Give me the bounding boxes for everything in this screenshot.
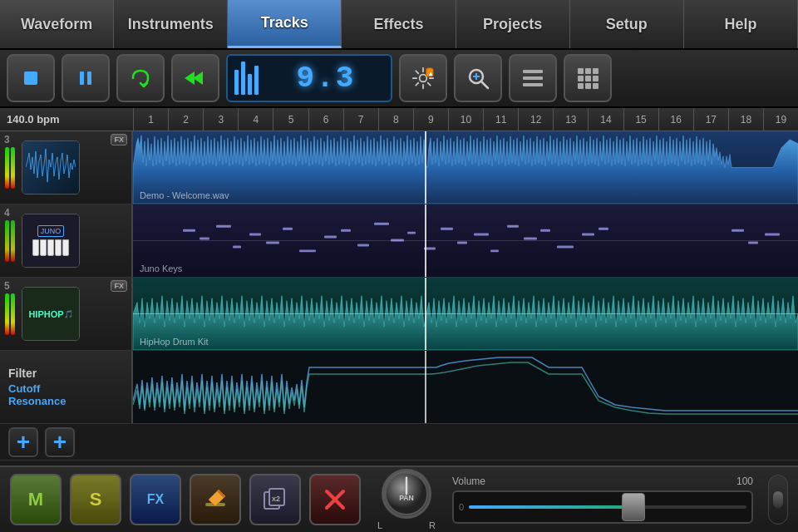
tab-waveform[interactable]: Waveform xyxy=(0,0,114,48)
ruler-num-5: 5 xyxy=(273,108,308,131)
svg-rect-60 xyxy=(582,234,594,236)
filter-content[interactable] xyxy=(133,351,798,423)
top-navigation: Waveform Instruments Tracks Effects Proj… xyxy=(0,0,798,50)
svg-rect-43 xyxy=(283,228,293,230)
tab-projects[interactable]: Projects xyxy=(456,0,570,48)
track-number-3: 3 xyxy=(4,134,10,145)
volume-max: 100 xyxy=(736,475,753,487)
svg-rect-54 xyxy=(474,234,489,236)
delete-button[interactable] xyxy=(309,474,361,525)
add-track-button-1[interactable]: + xyxy=(8,427,38,457)
position-display: 9.3 xyxy=(226,54,392,102)
volume-min-label: 0 xyxy=(459,502,464,512)
svg-rect-25 xyxy=(523,76,543,80)
tab-instruments[interactable]: Instruments xyxy=(114,0,228,48)
track-volume-bars-3 xyxy=(5,147,15,189)
svg-rect-35 xyxy=(593,83,598,89)
volume-slider[interactable]: 0 xyxy=(452,490,753,524)
ruler-num-12: 12 xyxy=(518,108,553,131)
track-label-3: 3 FX xyxy=(0,131,133,204)
track-thumb-4[interactable]: JUNO xyxy=(22,214,80,268)
duplicate-button[interactable]: x2 xyxy=(249,474,301,525)
ruler-numbers: 1 2 3 4 5 6 7 8 9 10 11 12 13 14 15 16 1… xyxy=(133,108,798,131)
bottom-bar: M S FX x2 xyxy=(0,466,798,532)
piano-keys xyxy=(32,239,69,256)
edit-button[interactable] xyxy=(190,474,241,525)
track-content-4[interactable]: Juno Keys xyxy=(133,204,798,277)
solo-button[interactable]: S xyxy=(70,474,121,525)
pan-knob-container: PAN L R xyxy=(377,469,436,530)
ruler-num-3: 3 xyxy=(203,108,238,131)
pan-knob[interactable]: PAN xyxy=(382,469,431,519)
gear-settings-button[interactable]: ▲ xyxy=(399,54,447,102)
track-content-3[interactable]: // Generated inline via path Demo - Welc… xyxy=(133,131,798,204)
scroll-indicator[interactable] xyxy=(768,475,788,525)
svg-rect-45 xyxy=(324,236,337,239)
pan-lr-labels: L R xyxy=(377,520,436,530)
svg-rect-6 xyxy=(241,62,245,95)
filter-label: Filter Cutoff Resonance xyxy=(0,351,133,423)
juno-label: JUNO xyxy=(37,225,65,237)
svg-rect-24 xyxy=(523,70,543,73)
track-label-4: 4 JUNO xyxy=(0,204,133,277)
rewind-button[interactable] xyxy=(171,54,219,102)
ruler-num-4: 4 xyxy=(238,108,273,131)
loop-button[interactable] xyxy=(116,54,165,102)
svg-point-9 xyxy=(420,75,427,82)
add-track-button-2[interactable]: + xyxy=(45,427,75,457)
ruler-num-8: 8 xyxy=(378,108,413,131)
svg-rect-42 xyxy=(266,241,279,244)
toolbar: 9.3 ▲ xyxy=(0,50,798,108)
svg-line-14 xyxy=(416,71,418,73)
svg-rect-61 xyxy=(598,228,608,230)
ruler-num-13: 13 xyxy=(553,108,588,131)
svg-rect-53 xyxy=(457,241,467,244)
tab-help[interactable]: Help xyxy=(684,0,798,48)
track-fx-badge-5[interactable]: FX xyxy=(111,280,127,292)
stop-button[interactable] xyxy=(7,54,55,102)
pan-right-label: R xyxy=(429,520,436,530)
svg-rect-57 xyxy=(524,238,537,240)
svg-line-17 xyxy=(416,83,418,86)
tab-setup[interactable]: Setup xyxy=(570,0,684,48)
mute-button[interactable]: M xyxy=(10,474,62,525)
svg-rect-44 xyxy=(299,249,316,252)
svg-rect-56 xyxy=(507,225,519,228)
ruler-num-2: 2 xyxy=(168,108,203,131)
ruler-num-6: 6 xyxy=(308,108,343,131)
grid-view-button[interactable] xyxy=(564,54,612,102)
ruler-num-7: 7 xyxy=(343,108,378,131)
track-thumb-3[interactable] xyxy=(22,140,80,195)
svg-rect-2 xyxy=(87,71,91,85)
track-thumb-5[interactable]: HIP HOP 🎵 xyxy=(22,287,80,341)
volume-fill xyxy=(469,505,635,509)
track-content-5[interactable]: HipHop Drum Kit xyxy=(133,278,798,350)
pause-button[interactable] xyxy=(62,54,110,102)
svg-rect-64 xyxy=(765,234,780,236)
volume-thumb[interactable] xyxy=(622,493,645,521)
track-volume-bars-5 xyxy=(5,293,15,335)
list-view-button[interactable] xyxy=(509,54,557,102)
volume-section: Volume 100 0 xyxy=(452,475,753,524)
tracks-area: 3 FX xyxy=(0,131,798,461)
track-row-5: 5 HIP HOP 🎵 FX xyxy=(0,278,798,351)
svg-rect-26 xyxy=(523,83,543,86)
tab-effects[interactable]: Effects xyxy=(342,0,456,48)
svg-rect-0 xyxy=(24,71,37,85)
svg-text:x2: x2 xyxy=(272,495,280,503)
ruler-num-14: 14 xyxy=(588,108,623,131)
ruler-num-18: 18 xyxy=(728,108,763,131)
fx-button[interactable]: FX xyxy=(130,474,181,525)
track-fx-badge-3[interactable]: FX xyxy=(111,134,127,145)
magnifier-button[interactable] xyxy=(454,54,502,102)
svg-rect-49 xyxy=(391,239,404,242)
svg-rect-38 xyxy=(200,238,209,240)
svg-rect-5 xyxy=(234,70,239,95)
filter-title: Filter xyxy=(8,367,123,380)
tab-tracks[interactable]: Tracks xyxy=(228,0,342,48)
svg-rect-59 xyxy=(557,245,574,248)
ruler-num-16: 16 xyxy=(658,108,693,131)
svg-rect-8 xyxy=(254,66,259,95)
svg-rect-41 xyxy=(249,234,261,236)
svg-rect-37 xyxy=(183,229,195,232)
